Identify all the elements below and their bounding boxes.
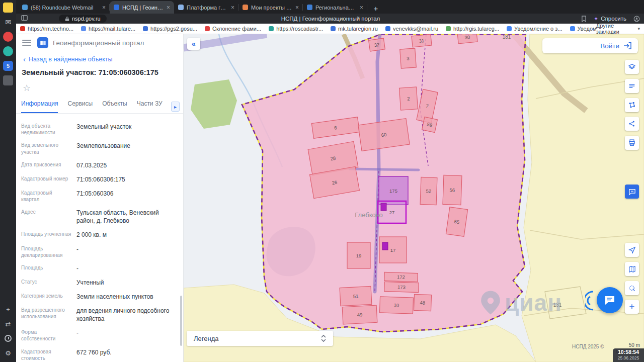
bookmark-item[interactable]: https://pgs2.gosu...: [143, 26, 197, 32]
tab-close-icon[interactable]: ×: [167, 5, 170, 11]
red-service-icon[interactable]: [3, 32, 13, 42]
tab-bar: (58) Roundcube Webmail×НСПД | Геоинформа…: [16, 0, 644, 14]
tab-close-icon[interactable]: ×: [231, 5, 234, 11]
portal-logo[interactable]: [37, 37, 48, 48]
polygon-icon: [628, 101, 636, 109]
browser-tab[interactable]: Платформа государстве...×: [174, 1, 238, 14]
url-field[interactable]: nspd.gov.ru: [59, 15, 107, 23]
chevron-left-icon: ‹: [23, 55, 26, 63]
teal-service-icon[interactable]: [3, 46, 13, 56]
other-bookmarks-button[interactable]: Другие закладки ▾: [596, 23, 640, 35]
bookmark-item[interactable]: https://roscadastr...: [269, 26, 323, 32]
browser-tab[interactable]: Мои проекты документо...×: [238, 1, 303, 14]
parcel-30[interactable]: 30: [457, 34, 477, 44]
map-canvas[interactable]: 3231303275966028261755256275519171721735…: [184, 34, 644, 362]
collapse-panel-button[interactable]: «: [187, 38, 200, 50]
notes-extension-icon[interactable]: [3, 3, 13, 13]
tab-title: Платформа государстве...: [187, 5, 228, 11]
panel-tab-Объекты[interactable]: Объекты: [102, 100, 127, 113]
panel-tab-Сервисы[interactable]: Сервисы: [67, 100, 93, 113]
location-arrow-icon: [628, 246, 636, 254]
parcel-31[interactable]: 31: [412, 34, 432, 47]
tab-close-icon[interactable]: ×: [360, 5, 363, 11]
arrows-icon[interactable]: ⇄: [3, 319, 13, 329]
badge-5-icon[interactable]: 5: [3, 61, 13, 71]
bookmark-item[interactable]: venevkks@mail.ru: [385, 26, 438, 32]
parcel-55[interactable]: 55: [446, 207, 467, 236]
extensions-icon[interactable]: [633, 16, 640, 22]
parcel-19[interactable]: 19: [347, 242, 370, 268]
geolocation-button[interactable]: [625, 243, 639, 257]
ask-ai-button[interactable]: ✦ Спросить: [594, 16, 626, 22]
feedback-button[interactable]: [625, 185, 639, 199]
print-button[interactable]: [625, 136, 639, 150]
select-area-button[interactable]: [625, 281, 639, 295]
bookmark-item[interactable]: mk.tularegion.ru: [331, 26, 378, 32]
new-tab-button[interactable]: +: [370, 3, 381, 14]
tab-close-icon[interactable]: ×: [295, 5, 299, 11]
bookmark-item[interactable]: Уведомление о п...: [570, 26, 596, 32]
tab-close-icon[interactable]: ×: [102, 5, 106, 11]
parcel-48[interactable]: 48: [414, 294, 431, 311]
bookmark-item[interactable]: https://mail.tulare...: [81, 26, 135, 32]
tab-favicon-icon: [243, 5, 248, 10]
draw-polygon-button[interactable]: [625, 98, 639, 112]
browser-tab[interactable]: НСПД | Геоинформац...×: [110, 1, 174, 14]
browser-tab[interactable]: (58) Roundcube Webmail×: [18, 1, 110, 14]
favorite-star-icon[interactable]: ☆: [23, 82, 31, 94]
object-attributes-list: Вид объекта недвижимостиЗемельный участо…: [21, 120, 177, 362]
map-view[interactable]: 3231303275966028261755256275519171721735…: [184, 34, 644, 362]
browser-tab[interactable]: Региональная система з...×: [303, 1, 367, 14]
parcel-2[interactable]: 2: [399, 87, 418, 110]
settings-gear-icon[interactable]: ⚙: [3, 348, 13, 358]
parcel-49[interactable]: 49: [342, 305, 377, 324]
ruler-icon: [628, 82, 636, 90]
basemap-button[interactable]: [625, 262, 639, 276]
back-to-results-link[interactable]: ‹ Назад в найденные объекты: [23, 55, 112, 63]
panel-tab-Части ЗУ[interactable]: Части ЗУ: [137, 100, 163, 113]
layers-button[interactable]: [625, 60, 639, 74]
bookmark-favicon-icon: [269, 26, 274, 31]
bookmark-favicon-icon: [81, 26, 86, 31]
parcel-173[interactable]: 173: [384, 282, 419, 292]
object-title: Земельный участок: 71:05:060306:175: [22, 68, 158, 76]
info-field-row: Площадь декларированная-: [21, 242, 177, 261]
bookmark-label: mk.tularegion.ru: [338, 26, 378, 32]
parcel-51[interactable]: 51: [340, 286, 372, 306]
measure-button[interactable]: [625, 79, 639, 93]
tab-favicon-icon: [114, 5, 119, 10]
info-field-row: Дата присвоения07.03.2025: [21, 158, 177, 172]
gray-service-icon[interactable]: [3, 75, 13, 85]
bookmark-flag-icon[interactable]: [581, 16, 587, 22]
panel-tab-Информация[interactable]: Информация: [21, 100, 58, 113]
mail-icon[interactable]: ✉: [3, 17, 13, 27]
parcel-10[interactable]: 10: [379, 297, 413, 314]
bookmark-item[interactable]: http://rgis.tulareg...: [446, 26, 499, 32]
parcel-32[interactable]: 32: [369, 38, 385, 51]
tab-favicon-icon: [178, 5, 184, 10]
zoom-in-button[interactable]: [625, 300, 639, 314]
tabs-scroll-right-button[interactable]: ▸: [171, 102, 180, 112]
add-panel-icon[interactable]: +: [3, 304, 13, 314]
bookmark-item[interactable]: https://rm.techno...: [20, 26, 73, 32]
tab-favicon-icon: [22, 5, 28, 10]
menu-hamburger-icon[interactable]: [22, 40, 31, 46]
parcel-175[interactable]: 175: [379, 176, 408, 205]
field-label: Адрес: [21, 209, 71, 225]
parcel-172[interactable]: 172: [384, 272, 418, 282]
parcel-3[interactable]: 3: [400, 48, 417, 68]
sidebar-toggle-icon[interactable]: [21, 14, 28, 23]
info-field-row: Кадастровая стоимость672 760 руб.: [21, 345, 177, 362]
field-value: 672 760 руб.: [76, 348, 177, 361]
parcel-59[interactable]: 59: [422, 117, 438, 133]
support-chat-button[interactable]: [597, 287, 623, 313]
share-button[interactable]: [625, 117, 639, 131]
login-button[interactable]: Войти: [542, 38, 638, 53]
history-icon[interactable]: [3, 333, 13, 343]
bookmark-item[interactable]: Склонение фами...: [205, 26, 261, 32]
bookmark-item[interactable]: Уведомление о з...: [507, 26, 562, 32]
parcel-52[interactable]: 52: [420, 177, 437, 205]
panel-scrollbar[interactable]: [180, 296, 182, 346]
legend-toggle[interactable]: Легенда: [187, 331, 333, 346]
parcel-56[interactable]: 56: [443, 175, 462, 205]
